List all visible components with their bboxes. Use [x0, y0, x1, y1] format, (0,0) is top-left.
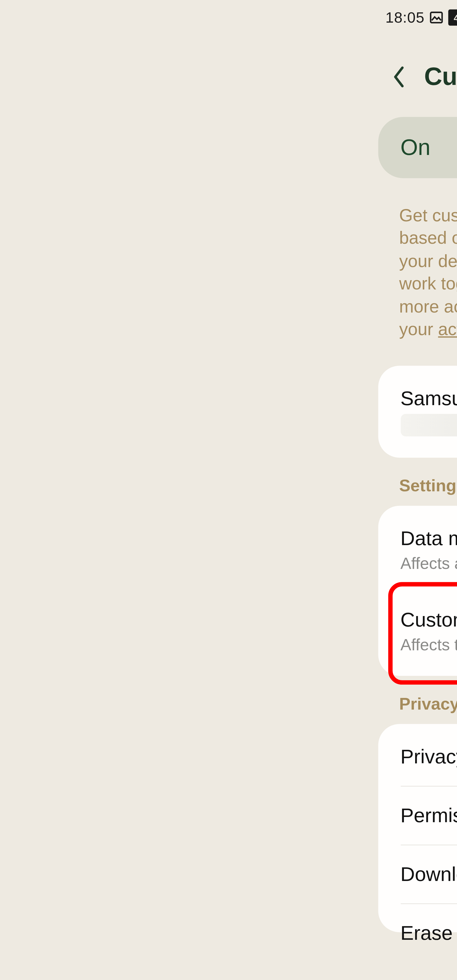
master-toggle-label: On [400, 135, 430, 161]
gallery-icon [430, 11, 443, 24]
svg-rect-0 [431, 13, 442, 22]
customized-apps-sub: Affects this phone only [400, 635, 457, 655]
erase-your-data-title: Erase your data [400, 922, 457, 945]
settings-card: Data management Affects all your devices… [378, 506, 457, 676]
download-your-data-title: Download your data [400, 863, 457, 886]
master-toggle-card[interactable]: On [378, 117, 457, 178]
data-management-sub: Affects all your devices [400, 554, 457, 573]
notification-count-badge: 47 [448, 9, 457, 25]
privacy-section-header: Privacy [371, 676, 457, 724]
status-time: 18:05 [385, 9, 424, 26]
samsung-account-item[interactable]: Samsung account [378, 370, 457, 454]
activities-interests-link[interactable]: activities and interests [438, 320, 457, 339]
erase-your-data-item[interactable]: Erase your data [378, 904, 457, 945]
privacy-notice-title: Privacy Notice [400, 746, 457, 768]
privacy-card: Privacy Notice Permissions Download your… [378, 724, 457, 932]
data-management-item[interactable]: Data management Affects all your devices [378, 510, 457, 591]
customized-apps-title: Customized apps [400, 609, 457, 632]
account-card: Samsung account [378, 366, 457, 458]
customized-apps-item[interactable]: Customized apps Affects this phone only [378, 591, 457, 672]
permissions-title: Permissions [400, 804, 457, 827]
chevron-left-icon [392, 66, 406, 87]
back-button[interactable] [387, 65, 411, 89]
data-management-title: Data management [400, 527, 457, 550]
status-bar: 18:05 47 • Vo)) LTE1 [371, 0, 457, 33]
samsung-account-email-redacted [400, 414, 457, 437]
service-description: Get customized content and recommendatio… [371, 178, 457, 366]
description-text: Get customized content and recommendatio… [399, 206, 457, 339]
permissions-item[interactable]: Permissions [378, 787, 457, 845]
gesture-nav-bar[interactable] [371, 955, 457, 978]
download-your-data-item[interactable]: Download your data [378, 845, 457, 904]
page-title: Customization Service [424, 63, 457, 91]
page-header: Customization Service [371, 33, 457, 117]
status-left: 18:05 47 • [385, 9, 457, 26]
privacy-notice-item[interactable]: Privacy Notice [378, 728, 457, 786]
settings-section-header: Settings [371, 458, 457, 506]
samsung-account-title: Samsung account [400, 387, 457, 410]
